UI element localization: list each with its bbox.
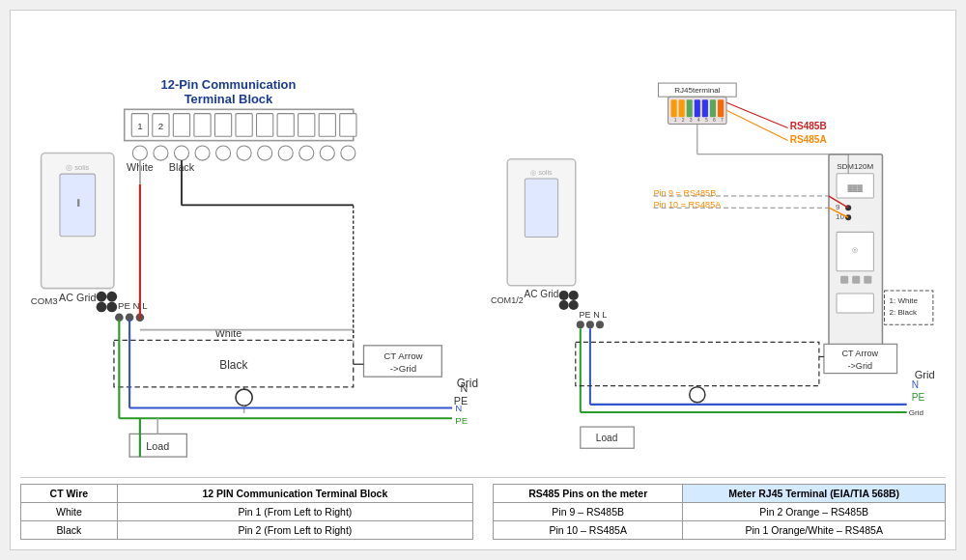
pin9-rs485b: Pin 9 – RS485B — [494, 503, 683, 521]
ct-arrow-right: CT Arrow — [841, 349, 878, 358]
pe-grid-label: PE — [912, 392, 925, 403]
svg-text:9: 9 — [836, 203, 840, 211]
load-label: Load — [146, 440, 169, 452]
svg-point-61 — [559, 300, 569, 310]
svg-rect-55 — [864, 276, 871, 284]
svg-point-64 — [586, 321, 594, 328]
svg-point-13 — [216, 146, 231, 160]
svg-rect-5 — [236, 114, 252, 137]
th-ct-wire: CT Wire — [21, 485, 118, 503]
rs485a-label: RS485A — [790, 134, 828, 145]
right-diagram: RJ45terminal 1 2 3 4 5 6 7 — [488, 20, 946, 473]
ct-circle-right — [690, 387, 705, 403]
black-wire-label: Black — [219, 358, 247, 372]
pe-n-l-label: PE N L — [118, 300, 148, 311]
svg-text:▐: ▐ — [75, 199, 80, 207]
svg-point-60 — [569, 291, 579, 300]
ct-box-right — [576, 342, 819, 385]
left-title-2: Terminal Block — [185, 92, 273, 106]
table-row: Pin 10 – RS485A Pin 1 Orange/White – RS4… — [494, 521, 946, 540]
svg-rect-10 — [340, 114, 356, 137]
svg-text:7: 7 — [721, 117, 724, 123]
svg-rect-7 — [277, 114, 294, 137]
ct-wire-white: White — [21, 503, 118, 521]
svg-rect-32 — [679, 99, 685, 117]
right-diagram-svg: RJ45terminal 1 2 3 4 5 6 7 — [488, 20, 946, 473]
svg-rect-36 — [710, 99, 716, 117]
ct-arrow-text2: ->Grid — [390, 363, 416, 374]
svg-point-63 — [577, 321, 584, 328]
svg-point-12 — [195, 146, 210, 160]
rj45-pin1: Pin 1 Orange/White – RS485A — [683, 521, 946, 540]
table-left: CT Wire 12 PIN Communication Terminal Bl… — [20, 484, 473, 540]
svg-text:◎ solis: ◎ solis — [530, 169, 553, 176]
n-grid-label: N — [912, 379, 919, 390]
svg-rect-53 — [840, 276, 848, 284]
grid-label: Grid — [457, 377, 478, 390]
svg-rect-34 — [695, 99, 700, 117]
com3-dot2 — [106, 292, 117, 302]
svg-point-50 — [845, 214, 851, 220]
rj45-pin2: Pin 2 Orange – RS485B — [683, 503, 946, 521]
svg-point-62 — [569, 300, 579, 310]
th-rj45-meter: Meter RJ45 Terminal (EIA/TIA 568B) — [683, 485, 946, 503]
svg-rect-8 — [298, 114, 315, 137]
svg-text:3: 3 — [690, 117, 693, 123]
left-title: 12-Pin Communication — [161, 77, 297, 92]
ac-grid-right: AC Grid — [525, 289, 559, 299]
grid-right-label: Grid — [915, 369, 935, 380]
svg-text:Grid: Grid — [909, 408, 923, 417]
svg-point-17 — [299, 146, 314, 160]
svg-text:1: 1 — [674, 117, 677, 123]
ac-grid-label: AC Grid — [59, 292, 96, 303]
svg-text:PE: PE — [455, 415, 468, 426]
svg-text:5: 5 — [705, 117, 708, 123]
connector-2 — [154, 146, 168, 160]
svg-point-15 — [258, 146, 272, 160]
svg-rect-9 — [319, 114, 335, 137]
rj45-terminal-label: RJ45terminal — [674, 86, 721, 95]
svg-point-19 — [341, 146, 355, 160]
ct-circle — [236, 389, 252, 406]
table-row: White Pin 1 (From Left to Right) — [21, 503, 473, 521]
svg-point-14 — [237, 146, 251, 160]
svg-rect-31 — [671, 99, 677, 117]
svg-text:2: 2 — [682, 117, 685, 123]
svg-rect-37 — [718, 99, 724, 117]
svg-rect-35 — [702, 99, 708, 117]
left-diagram: 12-Pin Communication Terminal Block 1 2 — [20, 20, 478, 473]
com3-dot4 — [106, 302, 117, 313]
com3-label: COM3 — [31, 295, 58, 306]
svg-rect-4 — [214, 114, 231, 137]
table-right: RS485 Pins on the meter Meter RJ45 Termi… — [493, 484, 946, 540]
ct-wire-table: CT Wire 12 PIN Communication Terminal Bl… — [20, 484, 473, 540]
com3-dot3 — [97, 302, 107, 313]
pin-black: Pin 2 (From Left to Right) — [117, 521, 472, 540]
table-row: Pin 9 – RS485B Pin 2 Orange – RS485B — [494, 503, 946, 521]
sdm-label: SDM120M — [837, 162, 873, 171]
svg-rect-58 — [525, 179, 557, 238]
main-container: 12-Pin Communication Terminal Block 1 2 — [10, 10, 956, 550]
pe-n-l-right: PE N L — [580, 310, 608, 320]
ct-arrow-text: CT Arrow — [384, 350, 423, 361]
diagrams-row: 12-Pin Communication Terminal Block 1 2 — [20, 20, 946, 473]
th-rs485-pins: RS485 Pins on the meter — [494, 485, 683, 503]
svg-text:1: 1 — [137, 121, 142, 131]
connector-1 — [132, 146, 147, 160]
svg-text:6: 6 — [713, 117, 716, 123]
svg-text:◎ solis: ◎ solis — [66, 163, 89, 172]
load-right: Load — [596, 433, 617, 443]
rs485b-label: RS485B — [790, 121, 827, 131]
svg-rect-3 — [194, 114, 211, 137]
tables-row: CT Wire 12 PIN Communication Terminal Bl… — [20, 477, 946, 540]
svg-rect-6 — [257, 114, 273, 137]
white-1-label: 1: White — [890, 296, 919, 305]
ct-arrow-right2: ->Grid — [848, 361, 872, 371]
svg-point-18 — [320, 146, 334, 160]
svg-text:▓▓▓: ▓▓▓ — [847, 184, 863, 192]
pin-white: Pin 1 (From Left to Right) — [117, 503, 472, 521]
left-diagram-svg: 12-Pin Communication Terminal Block 1 2 — [20, 20, 478, 473]
svg-rect-54 — [852, 276, 860, 284]
table-row: Black Pin 2 (From Left to Right) — [21, 521, 473, 540]
svg-rect-56 — [837, 294, 873, 313]
